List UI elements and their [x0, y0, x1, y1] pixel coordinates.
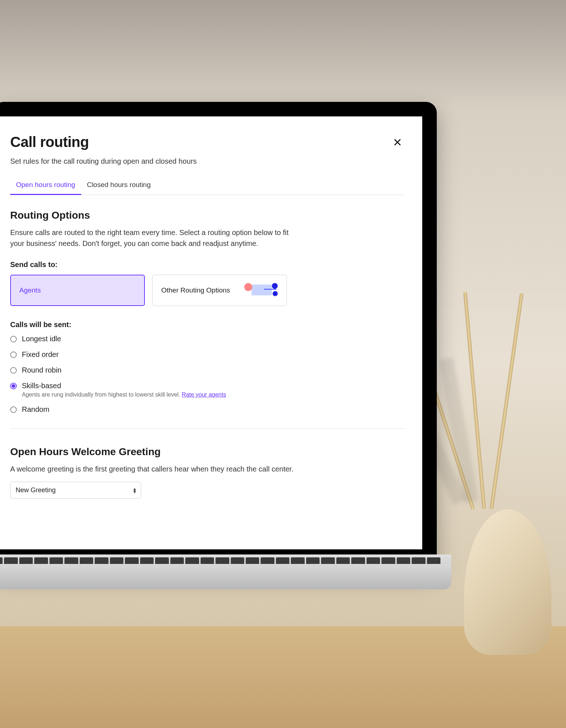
radio-round-robin[interactable]: Round robin	[10, 366, 405, 374]
radio-label: Fixed order	[22, 350, 59, 359]
option-card-label: Other Routing Options	[161, 286, 230, 294]
laptop-base	[0, 564, 451, 589]
tabs: Open hours routing Closed hours routing	[10, 176, 405, 195]
radio-skills-based[interactable]: Skills-based Agents are rung individuall…	[10, 382, 405, 398]
calls-will-be-sent-label: Calls will be sent:	[10, 321, 405, 329]
welcome-greeting-description: A welcome greeting is the first greeting…	[10, 464, 294, 474]
radio-sublabel: Agents are rung individually from highes…	[22, 391, 226, 398]
routing-options-title: Routing Options	[10, 210, 405, 221]
close-icon	[393, 136, 402, 149]
radio-label: Longest idle	[22, 335, 61, 343]
routing-options-description: Ensure calls are routed to the right tea…	[10, 227, 294, 249]
send-calls-to-label: Send calls to:	[10, 260, 405, 269]
laptop-mockup: Call routing Set rules for the call rout…	[0, 102, 437, 571]
greeting-select[interactable]: New Greeting	[10, 482, 141, 499]
close-button[interactable]	[390, 134, 405, 151]
tab-open-hours[interactable]: Open hours routing	[10, 176, 81, 195]
radio-icon	[10, 383, 17, 389]
radio-icon	[10, 406, 17, 413]
radio-longest-idle[interactable]: Longest idle	[10, 335, 405, 343]
radio-label: Random	[22, 405, 50, 414]
page-subtitle: Set rules for the call routing during op…	[10, 157, 405, 166]
section-divider	[10, 428, 405, 429]
option-card-agents[interactable]: Agents	[10, 275, 145, 306]
radio-label: Skills-based	[22, 382, 226, 390]
option-card-other-routing[interactable]: Other Routing Options	[152, 275, 287, 306]
radio-fixed-order[interactable]: Fixed order	[10, 350, 405, 359]
radio-label: Round robin	[22, 366, 62, 374]
routing-illustration-icon	[245, 282, 278, 298]
option-card-label: Agents	[19, 286, 41, 294]
radio-random[interactable]: Random	[10, 405, 405, 414]
radio-icon	[10, 351, 17, 358]
page-title: Call routing	[10, 134, 89, 150]
radio-icon	[10, 367, 17, 374]
rate-your-agents-link[interactable]: Rate your agents	[182, 391, 226, 398]
welcome-greeting-title: Open Hours Welcome Greeting	[10, 446, 405, 458]
radio-icon	[10, 336, 17, 342]
tab-closed-hours[interactable]: Closed hours routing	[81, 176, 157, 195]
